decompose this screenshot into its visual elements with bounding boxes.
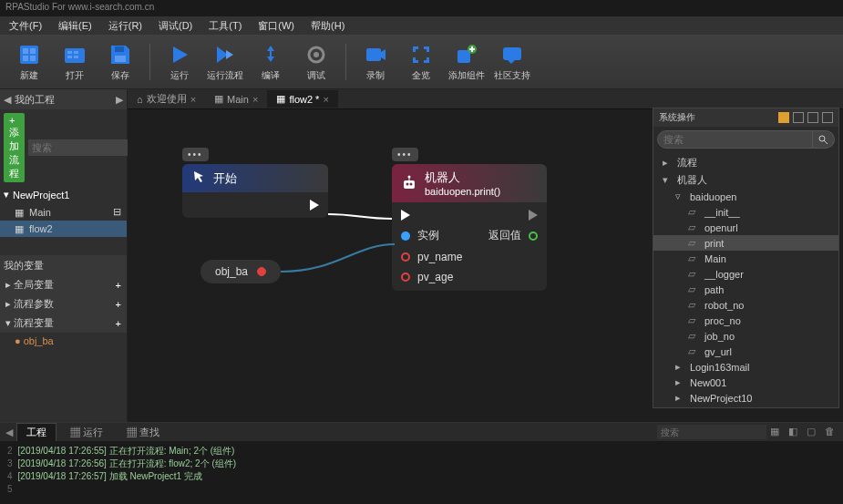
- svg-line-26: [824, 140, 828, 144]
- svg-rect-3: [23, 56, 28, 61]
- flow-vars-header[interactable]: ▾ 流程变量+: [0, 314, 127, 333]
- tree-item-login163[interactable]: ▸Login163mail: [653, 359, 838, 375]
- tree-item-new001[interactable]: ▸New001: [653, 375, 838, 390]
- menu-debug[interactable]: 调试(D): [159, 19, 192, 32]
- tree-item-main[interactable]: ▱Main: [653, 251, 838, 266]
- panel-collapse-icon[interactable]: ◀: [5, 427, 13, 438]
- add-global-var-button[interactable]: +: [116, 280, 121, 291]
- panel-collapse-icon[interactable]: ◀: [4, 94, 11, 106]
- flow-icon: ▦: [15, 207, 26, 218]
- menu-file[interactable]: 文件(F): [9, 19, 42, 32]
- tab-flow2[interactable]: ▦flow2 *×: [267, 90, 337, 108]
- tree-item-robotno[interactable]: ▱robot_no: [653, 297, 838, 313]
- svg-rect-10: [115, 46, 124, 52]
- node-start[interactable]: ••• 开始: [182, 164, 328, 218]
- node-menu-icon[interactable]: •••: [392, 148, 418, 161]
- output-port-retval[interactable]: [529, 231, 538, 241]
- exec-in-port[interactable]: [401, 210, 410, 221]
- run-button[interactable]: 运行: [158, 37, 201, 87]
- tree-item-baiduopen[interactable]: ▿baiduopen: [653, 189, 838, 204]
- tree-item-path[interactable]: ▱path: [653, 282, 838, 297]
- community-button[interactable]: 社区支持: [490, 37, 534, 87]
- exec-out-port[interactable]: [310, 200, 319, 211]
- output-tab-project[interactable]: 工程: [16, 423, 57, 441]
- output-tab-run[interactable]: ▦ 运行: [60, 423, 113, 442]
- output-icon-3[interactable]: ▢: [807, 426, 819, 438]
- tab-main[interactable]: ▦Main×: [205, 90, 267, 108]
- record-icon: [363, 42, 388, 67]
- community-icon: [499, 42, 525, 67]
- output-tab-find[interactable]: ▦ 查找: [117, 423, 170, 442]
- compile-icon: [258, 42, 283, 67]
- input-port-pvage[interactable]: [401, 273, 410, 282]
- new-button[interactable]: 新建: [7, 37, 51, 87]
- input-port-instance[interactable]: [401, 231, 410, 241]
- menu-help[interactable]: 帮助(H): [311, 19, 344, 32]
- exec-out-port[interactable]: [529, 210, 538, 221]
- save-button[interactable]: 保存: [98, 37, 142, 87]
- project-item-flow2[interactable]: ▦flow2: [0, 221, 127, 237]
- tree-item-newproject10[interactable]: ▸NewProject10: [653, 390, 838, 406]
- record-button[interactable]: 录制: [354, 37, 397, 87]
- var-item-obj-ba[interactable]: ● obj_ba: [0, 333, 127, 349]
- project-panel-title: 我的工程: [15, 93, 55, 107]
- operations-tree: ▸流程 ▾机器人 ▿baiduopen ▱__init__ ▱openurl ▱…: [653, 152, 838, 407]
- item-menu-icon[interactable]: ⊟: [113, 206, 121, 218]
- svg-rect-1: [23, 48, 28, 54]
- pill-output-port[interactable]: [257, 267, 266, 276]
- project-root[interactable]: ▾ NewProject1: [0, 186, 127, 203]
- close-icon[interactable]: ×: [252, 94, 258, 105]
- pill-label: obj_ba: [215, 265, 248, 278]
- tree-item-gvurl[interactable]: ▱gv_url: [653, 344, 838, 359]
- fullscreen-button[interactable]: 全览: [399, 37, 443, 87]
- close-icon[interactable]: ×: [190, 94, 196, 105]
- variable-pill-obj-ba[interactable]: obj_ba: [200, 260, 281, 283]
- menu-window[interactable]: 窗口(W): [258, 19, 294, 32]
- add-process-button[interactable]: + 添加流程: [4, 113, 25, 182]
- menu-edit[interactable]: 编辑(E): [58, 19, 92, 32]
- output-icon-4[interactable]: 🗑: [825, 426, 838, 438]
- open-button[interactable]: 打开: [53, 37, 97, 87]
- folder-icon[interactable]: [778, 112, 789, 123]
- node-menu-icon[interactable]: •••: [182, 148, 209, 161]
- close-icon[interactable]: ×: [323, 94, 328, 105]
- compile-button[interactable]: 编译: [249, 37, 293, 87]
- output-icon-1[interactable]: ▦: [770, 426, 783, 438]
- tab-welcome[interactable]: ⌂欢迎使用×: [128, 89, 205, 108]
- add-param-button[interactable]: +: [116, 299, 121, 310]
- tree-item-init[interactable]: ▱__init__: [653, 204, 838, 220]
- tree-item-robot[interactable]: ▾机器人: [653, 171, 838, 189]
- tree-item-procno[interactable]: ▱proc_no: [653, 313, 838, 328]
- node-robot[interactable]: ••• 机器人 baiduopen.print() 实例返回值 pv_name …: [392, 164, 547, 291]
- tree-item-print[interactable]: ▱print: [653, 235, 838, 251]
- operations-search-input[interactable]: [657, 130, 813, 149]
- panel-expand-icon[interactable]: ▶: [116, 94, 123, 106]
- svg-point-13: [314, 52, 319, 57]
- home-icon: ⌂: [137, 94, 143, 105]
- new-icon: [16, 42, 42, 67]
- tree-item-logger[interactable]: ▱__logger: [653, 266, 838, 282]
- panel-min-icon[interactable]: [807, 112, 818, 123]
- output-icon-2[interactable]: ◧: [788, 426, 801, 438]
- debug-button[interactable]: 调试: [294, 37, 338, 87]
- flow-params-header[interactable]: ▸ 流程参数+: [0, 294, 127, 314]
- menu-run[interactable]: 运行(R): [108, 19, 142, 32]
- panel-close-icon[interactable]: [822, 112, 833, 123]
- add-flowvar-button[interactable]: +: [116, 318, 121, 329]
- tree-item-flow[interactable]: ▸流程: [653, 154, 838, 171]
- main-toolbar: 新建 打开 保存 运行 运行流程 编译 调试 录制 全览 添加组件 社区支持: [0, 35, 843, 89]
- tree-item-openurl[interactable]: ▱openurl: [653, 220, 838, 235]
- output-search-input[interactable]: [657, 425, 766, 439]
- svg-rect-17: [503, 47, 521, 60]
- runflow-button[interactable]: 运行流程: [203, 37, 247, 87]
- panel-view-icon[interactable]: [793, 112, 804, 123]
- input-port-pvname[interactable]: [401, 252, 410, 262]
- tree-item-jobno[interactable]: ▱job_no: [653, 328, 838, 344]
- global-vars-header[interactable]: ▸ 全局变量+: [0, 275, 127, 294]
- svg-rect-11: [115, 56, 126, 62]
- project-item-main[interactable]: ▦Main⊟: [0, 203, 127, 221]
- addcomp-button[interactable]: 添加组件: [445, 37, 488, 87]
- search-icon[interactable]: [813, 130, 835, 149]
- svg-rect-9: [74, 56, 78, 58]
- menu-tool[interactable]: 工具(T): [209, 19, 242, 32]
